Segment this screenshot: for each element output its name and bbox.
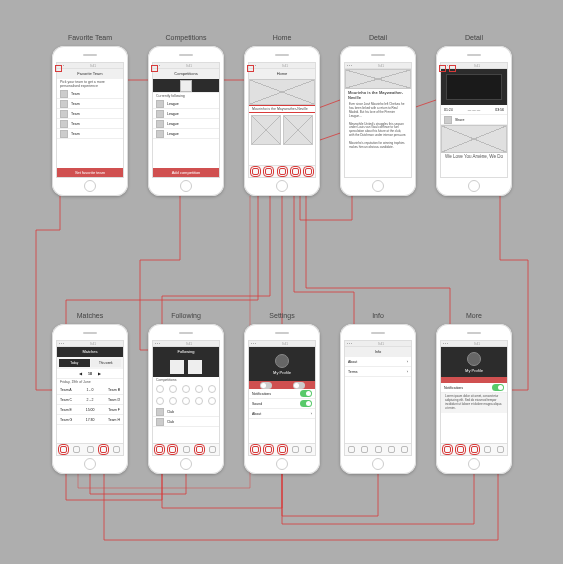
tab-bar [249, 165, 315, 177]
screen-detail-article[interactable]: 9:41 Mourinho is the Mayweather-Neville … [340, 46, 416, 196]
nav-title: Favorite Team [57, 69, 123, 79]
screen-more[interactable]: 9:41 My Profile Notifications Lorem ipsu… [436, 324, 512, 474]
label-home: Home [242, 34, 322, 41]
screen-competitions[interactable]: 9:41 Competitions Currently following Le… [148, 46, 224, 196]
nav-title: Competitions [153, 69, 219, 79]
tab-5[interactable] [302, 166, 315, 177]
article-body: Ever since José Mourinho left Chelsea he… [345, 101, 411, 121]
screen-matches[interactable]: 9:41 Matches Today This week ◀18▶ Friday… [52, 324, 128, 474]
tab-2[interactable] [262, 166, 275, 177]
media-header [441, 69, 507, 105]
nav-title: Home [249, 69, 315, 79]
article-headline: Mourinho is the Mayweather-Neville [345, 89, 411, 101]
tab-3[interactable] [275, 166, 288, 177]
label-favorite-team: Favorite Team [50, 34, 130, 41]
tab-1[interactable] [249, 166, 262, 177]
hero-card[interactable] [249, 79, 315, 105]
competition-strip[interactable] [153, 383, 219, 395]
nav-title: Matches [57, 347, 123, 357]
screen-info[interactable]: 9:41 Info About› Terms› [340, 324, 416, 474]
label-more: More [434, 312, 514, 319]
prompt-text: Pick your team to get a more personalise… [57, 79, 123, 89]
label-info: Info [338, 312, 418, 319]
screen-following[interactable]: 9:41 Following Competitions Club Club [148, 324, 224, 474]
segment-control[interactable]: Today This week [57, 357, 123, 369]
label-detail-2: Detail [434, 34, 514, 41]
cta-button[interactable]: Set favorite team [57, 168, 123, 177]
screen-settings[interactable]: 9:41 My Profile Notifications Sound Abou… [244, 324, 320, 474]
avatar[interactable] [275, 354, 289, 368]
label-matches: Matches [50, 312, 130, 319]
label-competitions: Competitions [146, 34, 226, 41]
label-detail-1: Detail [338, 34, 418, 41]
screen-favorite-team[interactable]: 9:41 Favorite Team Pick your team to get… [52, 46, 128, 196]
avatar[interactable] [467, 352, 481, 366]
label-settings: Settings [242, 312, 322, 319]
tab-4[interactable] [289, 166, 302, 177]
label-following: Following [146, 312, 226, 319]
screen-home[interactable]: 9:41 Home Mourinho is the Mayweather-Nev… [244, 46, 320, 196]
screen-detail-media[interactable]: 9:41 01:24— — —03:56 Share We Love You A… [436, 46, 512, 196]
cta-button[interactable]: Add competition [153, 168, 219, 177]
media-footer: We Love You Arsène, We Do [441, 153, 507, 160]
hero-caption[interactable]: Mourinho is the Mayweather-Neville [249, 105, 315, 113]
